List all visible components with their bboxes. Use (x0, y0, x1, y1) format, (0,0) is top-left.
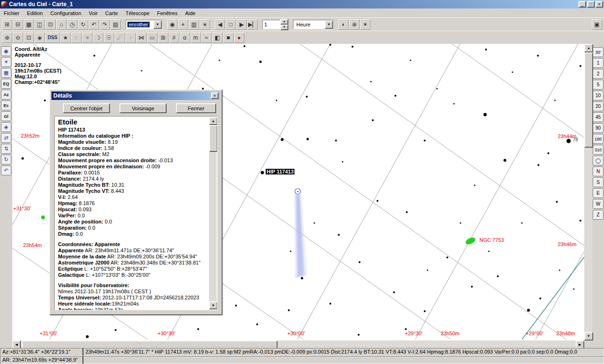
fov-2-button[interactable]: 2 (593, 69, 604, 79)
star[interactable] (306, 96, 308, 98)
planets-toggle-icon[interactable]: ♃ (82, 33, 92, 43)
galactic-mode-button[interactable]: Gl (1, 111, 11, 121)
star[interactable] (370, 81, 372, 83)
flip-vertical-icon[interactable]: ⇅ (1, 144, 11, 154)
star[interactable] (537, 55, 539, 57)
magnitude-icon[interactable]: m (191, 33, 201, 43)
fov-30-button[interactable]: 30' (593, 47, 604, 57)
time-unit-select[interactable]: Heure ▼ (293, 20, 334, 29)
step-down-icon[interactable]: ▼ (280, 25, 288, 30)
menu-fichier[interactable]: Fichier (0, 9, 23, 17)
star[interactable] (485, 49, 487, 50)
star[interactable] (488, 251, 490, 252)
star[interactable] (406, 211, 408, 213)
star[interactable] (314, 223, 315, 224)
map-vertical-scrollbar[interactable]: ▲ ▼ (584, 44, 592, 340)
compass-z-button[interactable]: Z (593, 210, 604, 220)
vertical-scroll-track[interactable] (584, 51, 592, 333)
star[interactable] (358, 334, 360, 336)
star[interactable] (243, 45, 245, 47)
star[interactable] (579, 220, 581, 222)
redo-icon[interactable]: ↷ (100, 19, 110, 30)
galaxy-ngc7753[interactable] (464, 236, 476, 246)
delete-chart-icon[interactable]: ⊟ (13, 19, 23, 30)
star[interactable] (288, 309, 290, 311)
now-button-icon[interactable]: ◐ (338, 19, 349, 30)
star[interactable] (290, 251, 292, 252)
print-icon[interactable]: ▣ (592, 19, 602, 30)
dialog-title-bar[interactable]: Détails × (51, 91, 220, 100)
observatory-icon[interactable]: ⌂ (56, 19, 67, 30)
red-light-icon[interactable]: ● (234, 33, 244, 43)
object-list-icon[interactable]: ▥ (189, 19, 199, 30)
center-object-button[interactable]: Centrer l'objet (63, 103, 110, 113)
details-scrollbar[interactable]: ▲ ▼ (209, 117, 217, 309)
star[interactable] (329, 303, 331, 305)
close-button[interactable]: × (596, 1, 603, 8)
maximize-button[interactable]: □ (587, 1, 595, 8)
star[interactable] (377, 200, 378, 202)
new-chart-icon[interactable]: ⊞ (2, 19, 12, 30)
star[interactable] (393, 291, 395, 293)
compass-e-button[interactable]: E (593, 188, 604, 198)
search-dropdown-icon[interactable]: ▼ (153, 20, 162, 29)
star[interactable] (261, 171, 264, 174)
star[interactable] (338, 234, 340, 236)
star[interactable] (335, 140, 337, 141)
star[interactable] (359, 261, 361, 263)
star[interactable] (539, 298, 541, 299)
compass-w-button[interactable]: W (593, 199, 604, 209)
star[interactable] (497, 275, 499, 277)
star[interactable] (197, 328, 199, 330)
menu-configuration[interactable]: Configuration (47, 9, 85, 17)
star[interactable] (556, 201, 558, 203)
chart-grid-icon[interactable]: ▦ (24, 19, 34, 30)
finder-grid-icon[interactable]: ▦ (1, 68, 11, 78)
flip-horizontal-icon[interactable]: ⇄ (1, 133, 11, 143)
star[interactable] (579, 65, 581, 67)
star[interactable] (512, 72, 513, 73)
star[interactable] (281, 138, 284, 141)
star[interactable] (44, 99, 46, 101)
time-step-input[interactable] (262, 20, 280, 29)
equatorial-mode-button[interactable]: EQ (1, 79, 11, 89)
undo-icon[interactable]: ↶ (89, 19, 99, 30)
star[interactable] (329, 44, 331, 46)
compass-s-button[interactable]: S (593, 177, 604, 187)
comet-toggle-icon[interactable]: ☄ (115, 33, 125, 43)
map-horizontal-scrollbar[interactable]: ◀ ▶ (12, 340, 584, 348)
star[interactable] (86, 335, 89, 338)
zoom-out-icon[interactable]: ⊖ (13, 33, 23, 43)
fov-1-button[interactable]: 1 (593, 58, 604, 68)
close-dialog-button[interactable]: Fermer (176, 103, 216, 113)
star[interactable] (276, 100, 277, 101)
star[interactable] (307, 138, 309, 141)
time-step-spinner[interactable]: ▲ ▼ (262, 19, 288, 30)
minimize-button[interactable]: _ (579, 1, 586, 8)
star[interactable] (503, 159, 506, 162)
rotate-icon[interactable]: ↻ (1, 155, 11, 165)
star[interactable] (352, 46, 353, 48)
zoom-region-icon[interactable]: ⊡ (24, 33, 34, 43)
time-previous-button[interactable]: ◀ (215, 19, 225, 30)
time-stop-button[interactable]: □ (226, 19, 236, 30)
invert-colors-icon[interactable]: ◧ (212, 33, 223, 43)
deepsky-object[interactable] (41, 215, 45, 219)
details-scroll-up-icon[interactable]: ▲ (209, 117, 218, 125)
dialog-close-icon[interactable]: × (211, 92, 218, 99)
fov-5-button[interactable]: 5 (593, 80, 604, 90)
fov-310-button[interactable]: 310 (593, 145, 604, 155)
zoom-in-icon[interactable]: ⊕ (2, 33, 12, 43)
star[interactable] (537, 164, 539, 166)
menu-voir[interactable]: Voir (85, 9, 101, 17)
earth-position-icon[interactable]: ⊕ (349, 19, 360, 30)
field-marker-icon[interactable]: ◈ (1, 122, 11, 132)
star[interactable] (260, 61, 262, 63)
save-icon[interactable]: ⊡ (45, 19, 56, 30)
menu-telescope[interactable]: Télescope (122, 9, 153, 17)
star[interactable] (527, 309, 530, 312)
calculator-icon[interactable]: ∗ (200, 19, 210, 30)
fov-90-button[interactable]: 90 (593, 123, 604, 133)
horizontal-scroll-track[interactable] (21, 340, 576, 348)
clone-chart-icon[interactable]: ◫ (34, 19, 45, 30)
